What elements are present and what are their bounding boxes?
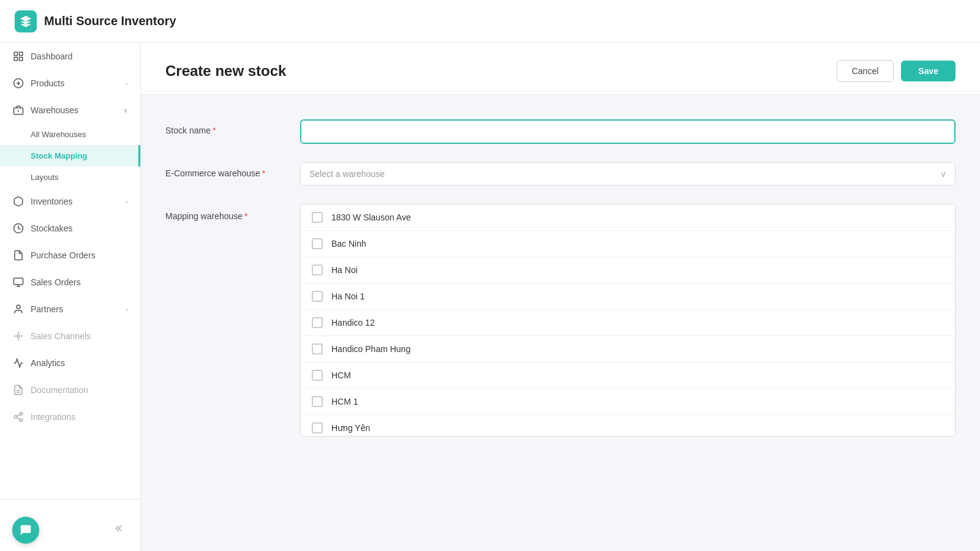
svg-rect-2 bbox=[14, 58, 17, 61]
mapping-item[interactable]: 1830 W Slauson Ave bbox=[301, 204, 955, 231]
dashboard-icon bbox=[12, 50, 24, 62]
integrations-icon bbox=[12, 411, 24, 423]
mapping-item[interactable]: Ha Noi 1 bbox=[301, 283, 955, 310]
cancel-button[interactable]: Cancel bbox=[837, 60, 894, 82]
sidebar-label-purchase-orders: Purchase Orders bbox=[31, 250, 128, 260]
sidebar-item-analytics[interactable]: Analytics bbox=[0, 350, 140, 377]
logo-icon bbox=[15, 10, 37, 32]
required-star-1: * bbox=[213, 126, 216, 135]
sidebar-label-documentation: Documentation bbox=[31, 385, 128, 395]
sidebar-item-sales-channels[interactable]: Sales Channels bbox=[0, 323, 140, 350]
stock-name-row: Stock name* bbox=[165, 119, 956, 144]
sidebar-label-dashboard: Dashboard bbox=[31, 51, 128, 61]
warehouse-checkbox[interactable] bbox=[312, 238, 323, 249]
chat-bubble[interactable] bbox=[12, 517, 39, 544]
sidebar-item-purchase-orders[interactable]: Purchase Orders bbox=[0, 242, 140, 269]
mapping-label: Mapping warehouse* bbox=[165, 204, 288, 221]
warehouse-name: Hưng Yên bbox=[331, 423, 370, 433]
warehouse-name: Ha Noi bbox=[331, 265, 358, 275]
sidebar-label-warehouses: Warehouses bbox=[31, 105, 117, 115]
sidebar-label-sales-channels: Sales Channels bbox=[31, 331, 128, 341]
sidebar-label-stock-mapping: Stock Mapping bbox=[31, 151, 87, 160]
main-content: Create new stock Cancel Save Stock name*… bbox=[141, 43, 980, 551]
form-area: Stock name* E-Commerce warehouse* Select… bbox=[141, 95, 980, 479]
stock-name-field bbox=[300, 119, 956, 144]
products-icon bbox=[12, 77, 24, 89]
svg-point-16 bbox=[14, 416, 17, 419]
ecommerce-warehouse-row: E-Commerce warehouse* Select a warehouse… bbox=[165, 162, 956, 186]
chevron-right-icon: › bbox=[126, 80, 128, 87]
stock-name-label: Stock name* bbox=[165, 119, 288, 135]
mapping-item[interactable]: HCM bbox=[301, 362, 955, 389]
warehouse-checkbox[interactable] bbox=[312, 396, 323, 407]
mapping-item[interactable]: Ha Noi bbox=[301, 257, 955, 283]
mapping-item[interactable]: Hưng Yên bbox=[301, 415, 955, 437]
svg-line-19 bbox=[17, 414, 20, 416]
sales-orders-icon bbox=[12, 276, 24, 288]
warehouse-checkbox[interactable] bbox=[312, 264, 323, 276]
sidebar-item-all-warehouses[interactable]: All Warehouses bbox=[0, 124, 140, 145]
mapping-item[interactable]: Bac Ninh bbox=[301, 231, 955, 257]
warehouse-name: Bac Ninh bbox=[331, 239, 366, 249]
svg-rect-8 bbox=[14, 278, 23, 285]
sidebar-item-layouts[interactable]: Layouts bbox=[0, 167, 140, 188]
required-star-3: * bbox=[244, 211, 247, 221]
stocktakes-icon bbox=[12, 222, 24, 234]
sidebar-item-integrations[interactable]: Integrations bbox=[0, 403, 140, 430]
app-title: Multi Source Inventory bbox=[44, 14, 176, 28]
documentation-icon bbox=[12, 384, 24, 396]
svg-rect-3 bbox=[20, 58, 23, 61]
ecommerce-placeholder: Select a warehouse bbox=[309, 169, 385, 179]
svg-point-11 bbox=[17, 305, 20, 309]
svg-rect-0 bbox=[14, 52, 17, 55]
mapping-item[interactable]: Handico Pham Hung bbox=[301, 336, 955, 362]
warehouse-name: HCM 1 bbox=[331, 397, 358, 407]
warehouse-checkbox[interactable] bbox=[312, 291, 323, 302]
analytics-icon bbox=[12, 357, 24, 369]
warehouse-name: Handico Pham Hung bbox=[331, 344, 410, 354]
sales-channels-icon bbox=[12, 330, 24, 342]
ecommerce-label: E-Commerce warehouse* bbox=[165, 162, 288, 178]
svg-point-15 bbox=[20, 413, 23, 416]
sidebar-item-inventories[interactable]: Inventories › bbox=[0, 188, 140, 215]
sidebar-item-products[interactable]: Products › bbox=[0, 70, 140, 97]
warehouse-name: HCM bbox=[331, 370, 351, 380]
sidebar: Dashboard Products › Warehouses ∨ All Wa… bbox=[0, 43, 141, 551]
required-star-2: * bbox=[262, 168, 265, 178]
sidebar-item-stocktakes[interactable]: Stocktakes bbox=[0, 215, 140, 242]
mapping-item[interactable]: HCM 1 bbox=[301, 389, 955, 415]
page-title: Create new stock bbox=[165, 62, 286, 80]
chevron-down-icon: ∨ bbox=[123, 107, 128, 114]
warehouse-checkbox[interactable] bbox=[312, 422, 323, 433]
mapping-warehouse-row: Mapping warehouse* 1830 W Slauson AveBac… bbox=[165, 204, 956, 437]
collapse-sidebar-button[interactable] bbox=[105, 518, 135, 539]
ecommerce-select[interactable]: Select a warehouse ∨ bbox=[300, 162, 956, 186]
save-button[interactable]: Save bbox=[901, 61, 956, 81]
warehouse-name: Ha Noi 1 bbox=[331, 291, 364, 301]
sidebar-label-analytics: Analytics bbox=[31, 358, 128, 368]
stock-name-input[interactable] bbox=[300, 119, 956, 144]
sidebar-item-warehouses[interactable]: Warehouses ∨ bbox=[0, 97, 140, 124]
sidebar-label-layouts: Layouts bbox=[31, 173, 59, 182]
partners-icon bbox=[12, 303, 24, 315]
warehouse-checkbox[interactable] bbox=[312, 370, 323, 381]
chevron-right-icon-3: › bbox=[126, 305, 128, 313]
svg-line-18 bbox=[17, 418, 20, 419]
warehouse-checkbox[interactable] bbox=[312, 212, 323, 223]
mapping-item[interactable]: Handico 12 bbox=[301, 310, 955, 336]
sidebar-label-products: Products bbox=[31, 78, 119, 88]
warehouse-name: 1830 W Slauson Ave bbox=[331, 212, 411, 222]
svg-point-17 bbox=[20, 419, 23, 422]
purchase-orders-icon bbox=[12, 249, 24, 261]
sidebar-label-inventories: Inventories bbox=[31, 197, 119, 206]
sidebar-item-partners[interactable]: Partners › bbox=[0, 296, 140, 323]
sidebar-label-sales-orders: Sales Orders bbox=[31, 277, 128, 287]
sidebar-item-sales-orders[interactable]: Sales Orders bbox=[0, 269, 140, 296]
sidebar-item-documentation[interactable]: Documentation bbox=[0, 377, 140, 403]
warehouse-checkbox[interactable] bbox=[312, 317, 323, 328]
select-chevron-icon: ∨ bbox=[940, 169, 946, 179]
sidebar-item-dashboard[interactable]: Dashboard bbox=[0, 43, 140, 70]
warehouse-checkbox[interactable] bbox=[312, 343, 323, 354]
sidebar-item-stock-mapping[interactable]: Stock Mapping bbox=[0, 145, 140, 167]
sidebar-label-all-warehouses: All Warehouses bbox=[31, 130, 86, 139]
